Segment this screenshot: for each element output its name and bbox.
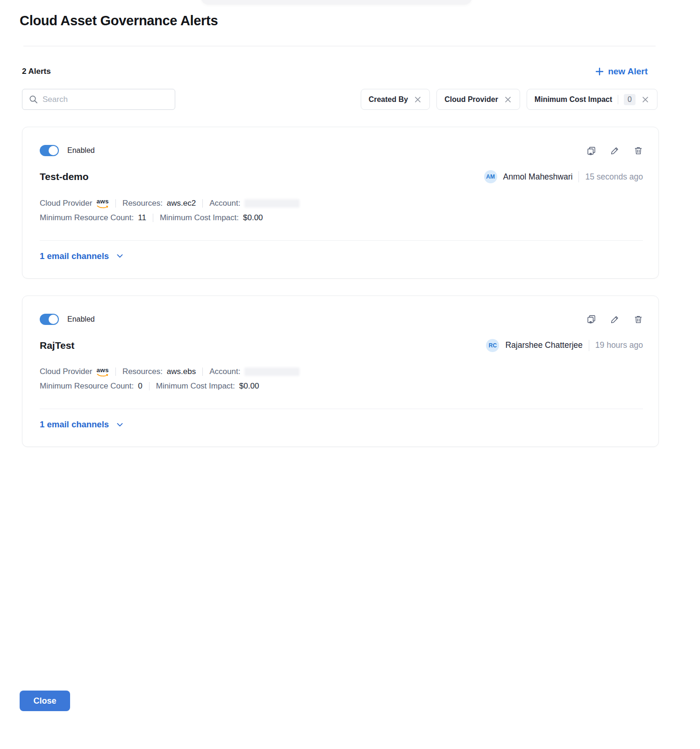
cloud-provider-label: Cloud Provider (40, 367, 92, 376)
min-resource-count-label: Minimum Resource Count: (40, 213, 134, 223)
min-cost-impact-label: Minimum Cost Impact: (160, 213, 239, 223)
updated-timestamp: 15 seconds ago (585, 172, 643, 182)
remove-filter-icon[interactable] (414, 95, 422, 104)
min-cost-impact-value: $0.00 (239, 382, 259, 391)
alert-name: Test-demo (40, 171, 89, 182)
email-channels-expander[interactable]: 1 email channels (40, 419, 124, 430)
divider (202, 367, 203, 376)
filter-chip-created-by[interactable]: Created By (361, 89, 430, 110)
toolbar: 2 Alerts new Alert (22, 66, 648, 77)
resources-value: aws.ec2 (167, 199, 196, 208)
divider (202, 199, 203, 208)
edit-button[interactable] (610, 315, 620, 324)
email-channels-label: 1 email channels (40, 251, 109, 261)
divider (589, 340, 589, 351)
author-name: Rajarshee Chatterjee (505, 340, 582, 350)
pencil-icon (610, 315, 620, 324)
chevron-down-icon (116, 421, 124, 429)
delete-button[interactable] (634, 315, 643, 324)
delete-button[interactable] (634, 146, 643, 155)
new-alert-label: new Alert (608, 66, 648, 77)
card-divider (40, 240, 643, 241)
email-channels-label: 1 email channels (40, 419, 109, 430)
account-value-redacted (244, 199, 300, 208)
alert-card: Enabled RajTest RC Rajarshee Chatterjee … (22, 295, 659, 447)
close-button[interactable]: Close (20, 691, 70, 711)
copy-icon (586, 146, 596, 156)
filter-chip-value: 0 (624, 94, 636, 105)
enabled-label: Enabled (67, 315, 95, 324)
card-divider (40, 409, 643, 409)
min-cost-impact-label: Minimum Cost Impact: (156, 382, 235, 391)
enabled-toggle[interactable] (40, 314, 59, 325)
alert-card: Enabled Test-demo AM Anmol Maheshwari 15… (22, 127, 659, 279)
divider (579, 171, 579, 182)
new-alert-button[interactable]: new Alert (595, 66, 648, 77)
duplicate-button[interactable] (586, 314, 596, 324)
account-label: Account: (209, 367, 240, 376)
filter-chip-label: Cloud Provider (444, 95, 498, 104)
filter-chips: Created By Cloud Provider Minimum Cost I… (361, 89, 657, 110)
account-value-redacted (244, 367, 300, 376)
pencil-icon (610, 146, 620, 155)
min-resource-count-label: Minimum Resource Count: (40, 382, 134, 391)
search-icon (29, 95, 38, 104)
min-resource-count-value: 11 (138, 213, 146, 223)
filter-chip-label: Created By (369, 95, 408, 104)
divider (153, 214, 153, 222)
chevron-down-icon (116, 252, 124, 260)
avatar: AM (484, 170, 497, 183)
enabled-toggle[interactable] (40, 145, 59, 156)
alert-name: RajTest (40, 340, 74, 351)
author-name: Anmol Maheshwari (503, 172, 573, 182)
account-label: Account: (209, 199, 240, 208)
resources-label: Resources: (122, 367, 163, 376)
search-box[interactable] (22, 89, 175, 110)
remove-filter-icon[interactable] (641, 95, 650, 104)
duplicate-button[interactable] (586, 146, 596, 156)
enabled-label: Enabled (67, 146, 95, 155)
aws-logo-icon: aws (96, 198, 108, 209)
trash-icon (634, 315, 643, 324)
chip-divider (618, 95, 618, 104)
avatar: RC (486, 339, 499, 352)
email-channels-expander[interactable]: 1 email channels (40, 251, 124, 261)
plus-icon (595, 67, 604, 76)
page-title: Cloud Asset Governance Alerts (20, 13, 700, 29)
remove-filter-icon[interactable] (504, 95, 512, 104)
edit-button[interactable] (610, 146, 620, 155)
alerts-count: 2 Alerts (22, 67, 51, 76)
search-input[interactable] (43, 95, 168, 104)
trash-icon (634, 146, 643, 155)
resources-value: aws.ebs (167, 367, 196, 376)
updated-timestamp: 19 hours ago (595, 340, 643, 350)
cloud-provider-label: Cloud Provider (40, 199, 92, 208)
min-cost-impact-value: $0.00 (243, 213, 263, 223)
divider (149, 382, 150, 390)
copy-icon (586, 314, 596, 324)
aws-logo-icon: aws (96, 367, 108, 377)
controls-row: Created By Cloud Provider Minimum Cost I… (22, 89, 657, 110)
title-divider (23, 46, 656, 46)
divider (115, 199, 116, 208)
filter-chip-min-cost-impact[interactable]: Minimum Cost Impact 0 (527, 89, 657, 110)
resources-label: Resources: (122, 199, 163, 208)
min-resource-count-value: 0 (138, 382, 142, 391)
top-ghost-bar (201, 0, 472, 5)
filter-chip-label: Minimum Cost Impact (535, 95, 612, 104)
divider (115, 367, 116, 376)
filter-chip-cloud-provider[interactable]: Cloud Provider (436, 89, 520, 110)
